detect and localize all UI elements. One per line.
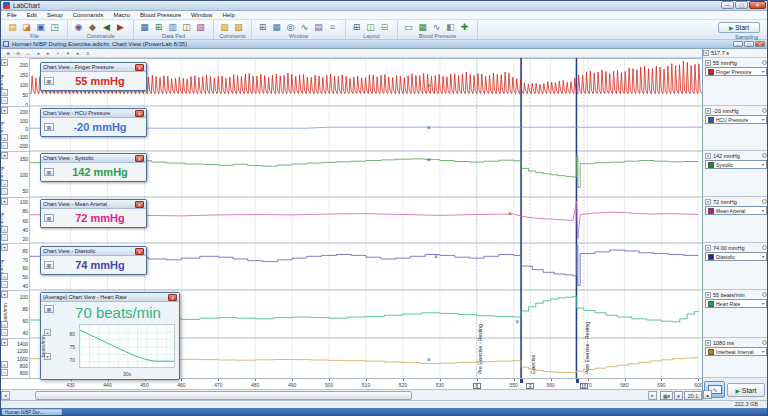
finger-pressure-popup[interactable]: Chart View - Finger Pressure ✕ ▦ 55 mmHg <box>40 62 147 91</box>
scale-zoom-in-button[interactable]: + <box>1 273 8 280</box>
scale-zoom-in-button[interactable]: + <box>1 134 8 141</box>
datapad-table-icon[interactable]: ▥ <box>166 21 179 33</box>
scale-zoom-in-button[interactable]: + <box>1 180 8 187</box>
units-ring-icon[interactable] <box>762 199 767 204</box>
doc-close-button[interactable]: ✕ <box>755 41 765 47</box>
maximize-button[interactable]: ▢ <box>735 1 748 9</box>
value-dropdown-button[interactable]: ▾ <box>705 153 711 159</box>
popup-options-button[interactable]: ▦ <box>44 305 54 313</box>
expand-time-button[interactable]: ▴ <box>703 390 712 399</box>
datapad-add-icon[interactable]: ⊞ <box>152 21 165 33</box>
bp-wave-icon[interactable]: ∿ <box>430 21 443 33</box>
close-icon[interactable]: ✕ <box>135 201 144 208</box>
units-ring-icon[interactable] <box>762 60 767 65</box>
systolic-popup[interactable]: Chart View - Systolic ✕ ▦ 142 mmHg <box>40 153 147 182</box>
units-ring-icon[interactable] <box>762 108 767 113</box>
taskbar-window-button[interactable]: Human NIBP Dur... <box>2 409 62 415</box>
scope-view-icon[interactable]: ∿ <box>298 21 311 33</box>
channel-select[interactable]: Mean Arterial▾ <box>705 206 767 215</box>
value-dropdown-button[interactable]: ▾ <box>705 292 711 298</box>
next-block-icon[interactable]: ▸ <box>44 50 52 57</box>
goto-end-icon[interactable]: ▶ <box>114 21 127 33</box>
datapad-graph-icon[interactable]: ▧ <box>194 21 207 33</box>
units-ring-icon[interactable] <box>762 153 767 158</box>
h-compress-icon[interactable]: ↔ <box>24 50 32 57</box>
menu-setup[interactable]: Setup <box>42 11 68 20</box>
close-icon[interactable]: ✕ <box>168 294 177 301</box>
value-dropdown-button[interactable]: ▾ <box>705 340 711 346</box>
export-icon[interactable]: ◳ <box>48 21 61 33</box>
popup-options-button[interactable]: ▦ <box>44 77 54 85</box>
value-dropdown-button[interactable]: ▾ <box>705 60 711 66</box>
popup-options-button[interactable]: ▦ <box>44 214 54 222</box>
channel-select[interactable]: Finger Pressure▾ <box>705 67 767 76</box>
time-zoom-ratio[interactable]: 20:1 <box>684 391 702 400</box>
value-dropdown-button[interactable]: ▾ <box>705 108 711 114</box>
zoom-view-icon[interactable]: ◎ <box>284 21 297 33</box>
scale-zoom-out-button[interactable]: − <box>1 281 8 288</box>
channel-select[interactable]: Heart Rate▾ <box>705 299 767 308</box>
layout-split-icon[interactable]: ◫ <box>364 21 377 33</box>
menu-edit[interactable]: Edit <box>22 11 42 20</box>
open-file-icon[interactable]: ◪ <box>20 21 33 33</box>
scale-zoom-in-button[interactable]: + <box>1 321 8 328</box>
scale-zoom-in-button[interactable]: + <box>1 361 8 368</box>
scale-zoom-out-button[interactable]: − <box>1 188 8 195</box>
bp-monitor-icon[interactable]: ▦ <box>416 21 429 33</box>
layout-save-icon[interactable]: ⊟ <box>378 21 391 33</box>
start-sampling-button[interactable]: ▶ Start <box>727 383 765 397</box>
comment-list-icon[interactable]: ▨ <box>232 21 245 33</box>
value-dropdown-button[interactable]: ▾ <box>705 245 711 251</box>
close-icon[interactable]: ✕ <box>135 110 144 117</box>
channel-select[interactable]: Interbeat Interval▾ <box>705 347 767 356</box>
goto-start-icon[interactable]: ◀ <box>100 21 113 33</box>
scale-zoom-out-button[interactable]: − <box>1 329 8 336</box>
time-dropdown-button[interactable]: ▾ <box>703 50 709 56</box>
find-icon[interactable]: ◉ <box>72 21 85 33</box>
scroll-right-icon[interactable]: ▸ <box>648 391 657 400</box>
marker-icon[interactable]: ▪ <box>54 50 62 57</box>
notes-view-icon[interactable]: ≡ <box>326 21 339 33</box>
menu-help[interactable]: Help <box>217 11 239 20</box>
minimize-button[interactable]: — <box>721 1 734 9</box>
close-button[interactable]: ✕ <box>749 1 766 9</box>
list-icon[interactable]: ≡ <box>84 50 92 57</box>
menu-window[interactable]: Window <box>186 11 217 20</box>
popup-options-button[interactable]: ▦ <box>44 123 54 131</box>
popup-options-button[interactable]: ▦ <box>44 261 54 269</box>
bp-f4-icon[interactable]: ▭ <box>402 21 415 33</box>
channel-select[interactable]: HCU Pressure▾ <box>705 115 767 124</box>
menu-file[interactable]: File <box>2 11 22 20</box>
scroll-left-icon[interactable]: ◂ <box>1 391 10 400</box>
close-icon[interactable]: ✕ <box>135 64 144 71</box>
layout-grid-icon[interactable]: ⊞ <box>350 21 363 33</box>
save-icon[interactable]: ▣ <box>34 21 47 33</box>
dropdown-icon[interactable]: ▾ <box>64 50 72 57</box>
view-menu-button[interactable]: ▦▾ <box>660 391 673 400</box>
menu-blood-pressure[interactable]: Blood Pressure <box>135 11 186 20</box>
bp-report-icon[interactable]: ◧ <box>444 21 457 33</box>
close-icon[interactable]: ✕ <box>135 155 144 162</box>
compress-time-button[interactable]: ▾ <box>674 391 683 400</box>
channel-select[interactable]: Systolic▾ <box>705 160 767 169</box>
units-ring-icon[interactable] <box>762 292 767 297</box>
tile-windows-icon[interactable]: ⊞ <box>256 21 269 33</box>
menu-macro[interactable]: Macro <box>108 11 135 20</box>
new-document-icon[interactable]: ▤ <box>6 21 19 33</box>
play-review-icon[interactable]: ▸ <box>74 50 82 57</box>
close-icon[interactable]: ✕ <box>135 248 144 255</box>
doc-minimize-button[interactable]: — <box>733 41 743 47</box>
datapad-select-icon[interactable]: ◫ <box>180 21 193 33</box>
scale-zoom-out-button[interactable]: − <box>1 234 8 241</box>
mean-arterial-popup[interactable]: Chart View - Mean Arterial ✕ ▦ 72 mmHg <box>40 199 147 228</box>
doc-restore-button[interactable]: ▢ <box>744 41 754 47</box>
xy-view-icon[interactable]: ▤ <box>312 21 325 33</box>
prev-block-icon[interactable]: ◂ <box>34 50 42 57</box>
scale-zoom-out-button[interactable]: − <box>1 369 8 376</box>
scale-zoom-out-button[interactable]: − <box>1 97 8 104</box>
units-ring-icon[interactable] <box>762 245 767 250</box>
scale-zoom-in-button[interactable]: + <box>1 89 8 96</box>
scale-zoom-in-button[interactable]: + <box>1 226 8 233</box>
units-ring-icon[interactable] <box>762 340 767 345</box>
value-dropdown-button[interactable]: ▾ <box>705 199 711 205</box>
